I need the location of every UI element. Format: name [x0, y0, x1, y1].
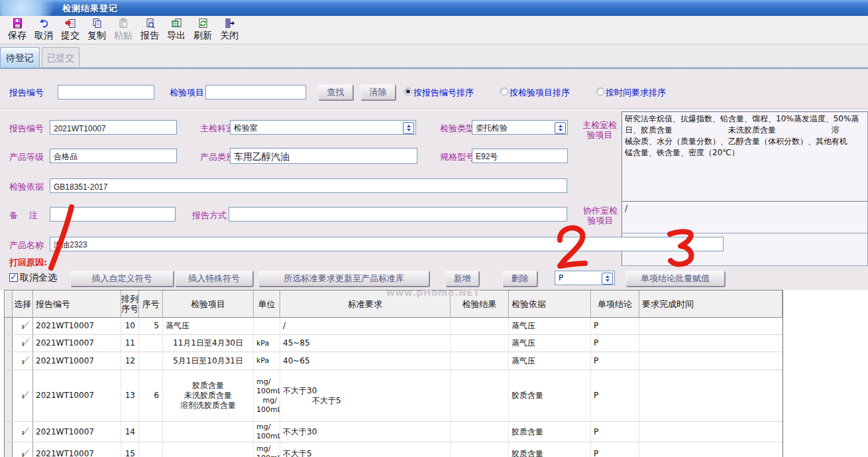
sort-by-report-radio[interactable]: [404, 88, 412, 96]
grade-label: 产品等级: [9, 151, 44, 163]
cell-sort_no: 13: [121, 370, 139, 421]
row-margin-cell: [5, 335, 13, 352]
column-header[interactable]: 选择: [13, 291, 33, 317]
coop-items-textarea[interactable]: /: [622, 201, 868, 233]
update-standard-button[interactable]: 所选标准要求更新至产品标准库: [258, 271, 429, 287]
coop-items-label: 协作室检 验项目: [580, 206, 620, 226]
cell-selected[interactable]: √: [13, 335, 33, 352]
submit-icon: [65, 18, 76, 29]
column-header[interactable]: 单项结论: [591, 291, 639, 317]
insert-custom-symbol-button[interactable]: 插入自定义符号: [70, 271, 174, 287]
export-icon: [171, 18, 182, 29]
cell-basis: 胶质含量: [509, 370, 591, 421]
toolbar-save-button[interactable]: 保存: [4, 16, 30, 45]
cell-report_no: 2021WT10007: [33, 335, 121, 352]
product-name-input[interactable]: [50, 237, 724, 251]
delete-button[interactable]: 删除: [502, 271, 537, 287]
row-checkmark-icon: √: [13, 356, 33, 366]
toolbar-paste-button: 粘贴: [110, 16, 136, 45]
table-row[interactable]: √2021WT10007125月1日至10月31日kPa40~65蒸气压P: [5, 352, 783, 370]
cell-result: [451, 352, 509, 369]
app-window: 检测结果登记 保存 取消 提交 复制 粘贴 报告 导出: [0, 0, 868, 457]
uncheck-all-checkbox[interactable]: [9, 273, 18, 282]
main-dept-select[interactable]: 检验室: [230, 120, 416, 135]
table-row[interactable]: √2021WT1000714mg/100mL不大于30胶质含量P: [5, 422, 783, 442]
batch-assign-button[interactable]: 单项结论批量赋值: [625, 271, 725, 287]
row-checkmark-icon: √: [13, 449, 33, 457]
paste-icon: [118, 18, 129, 29]
cell-seq_no: [139, 352, 163, 369]
column-header[interactable]: 排列 序号: [121, 291, 139, 317]
column-header[interactable]: 单位: [254, 291, 280, 317]
results-table: 选择报告编号排列 序号序号检验项目单位标准要求检验结果检验依据单项结论要求完成时…: [4, 290, 783, 457]
grade-input[interactable]: [50, 149, 177, 163]
toolbar-report-button[interactable]: 报告: [136, 16, 163, 45]
search-item-label: 检验项目: [170, 87, 204, 99]
sort-by-item-label[interactable]: 按检验项目排序: [510, 87, 570, 99]
toolbar-export-label: 导出: [167, 29, 186, 41]
toolbar-close-button[interactable]: 关闭: [216, 16, 243, 45]
cell-selected[interactable]: √: [13, 318, 33, 334]
remark-input[interactable]: [50, 207, 176, 222]
search-item-input[interactable]: [205, 85, 306, 99]
test-type-label: 检验类型: [440, 123, 474, 135]
spinner-icon[interactable]: [602, 273, 613, 285]
cell-sort_no: 15: [121, 442, 139, 457]
test-type-value: 委托检验: [476, 123, 508, 133]
cell-basis: 蒸气压: [509, 352, 591, 369]
test-type-select[interactable]: 委托检验: [472, 120, 568, 135]
sort-by-report-label[interactable]: 按报告编号排序: [413, 87, 474, 99]
column-header[interactable]: 要求完成时间: [639, 291, 783, 317]
sort-by-item-radio[interactable]: [500, 88, 508, 96]
report-mode-input[interactable]: [229, 207, 567, 222]
cell-selected[interactable]: √: [13, 352, 33, 369]
toolbar-submit-button[interactable]: 提交: [57, 16, 83, 45]
toolbar-copy-button[interactable]: 复制: [83, 16, 110, 45]
toolbar-save-label: 保存: [8, 29, 27, 41]
section-divider: [0, 108, 868, 111]
sort-by-time-radio[interactable]: [596, 88, 604, 96]
report-no-input[interactable]: [50, 120, 177, 135]
find-button[interactable]: 查找: [318, 84, 353, 100]
header-margin-cell: [5, 291, 13, 317]
toolbar-undo-button[interactable]: 取消: [30, 16, 57, 45]
uncheck-all-label[interactable]: 取消全选: [20, 272, 57, 284]
cell-selected[interactable]: √: [13, 442, 33, 457]
cell-reqs: /: [280, 318, 451, 334]
table-row[interactable]: √2021WT100071111月1日至4月30日kPa45~85蒸气压P: [5, 335, 783, 352]
row-margin-cell: [5, 422, 13, 442]
cell-due: [639, 352, 783, 369]
search-report-no-input[interactable]: [58, 85, 154, 99]
watermark-text: www.pHome.NET: [386, 287, 480, 298]
insert-special-symbol-button[interactable]: 插入特殊符号: [175, 271, 253, 287]
toolbar-refresh-button[interactable]: 刷新: [190, 16, 216, 45]
cell-due: [639, 318, 783, 334]
row-margin-cell: [5, 370, 13, 421]
basis-input[interactable]: [50, 178, 567, 193]
spec-input[interactable]: [472, 149, 568, 163]
table-row[interactable]: √2021WT10007105蒸气压/蒸气压P: [5, 318, 783, 335]
spinner-icon[interactable]: [555, 122, 566, 134]
add-button[interactable]: 新增: [445, 271, 479, 287]
clear-button[interactable]: 清除: [360, 84, 396, 100]
cell-selected[interactable]: √: [13, 370, 33, 421]
cell-seq_no: 6: [139, 370, 163, 421]
cell-items: [163, 422, 254, 442]
table-row[interactable]: √2021WT10007136胶质含量未洗胶质含量溶剂洗胶质含量mg/100mL…: [5, 370, 783, 422]
cell-selected[interactable]: √: [13, 422, 33, 442]
column-header[interactable]: 检验项目: [163, 291, 254, 317]
column-header[interactable]: 检验依据: [509, 291, 591, 317]
tab-pending[interactable]: 待登记: [0, 47, 40, 67]
cell-items: 蒸气压: [163, 318, 254, 334]
spinner-icon[interactable]: [403, 122, 414, 134]
report-no-label: 报告编号: [9, 123, 44, 135]
conclusion-select[interactable]: P: [555, 271, 615, 285]
category-input[interactable]: [230, 148, 417, 164]
tab-submitted[interactable]: 已提交: [42, 47, 80, 67]
sort-by-time-label[interactable]: 按时间要求排序: [606, 87, 666, 99]
table-row[interactable]: √2021WT1000715mg/100mL不大于5胶质含量P: [5, 442, 783, 457]
column-header[interactable]: 序号: [139, 291, 163, 317]
toolbar-submit-label: 提交: [61, 29, 80, 41]
toolbar-export-button[interactable]: 导出: [163, 16, 190, 45]
column-header[interactable]: 报告编号: [33, 291, 121, 317]
